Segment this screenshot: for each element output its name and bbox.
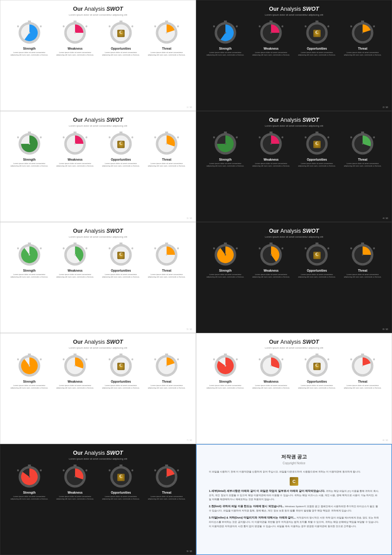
swot-text-0: Lorem ipsum dolor sit amet consectetur a… [9,495,50,500]
clock-item-1: WeaknessLorem ipsum dolor sit amet conse… [55,132,95,167]
clock-item-0: StrengthLorem ipsum dolor sit amet conse… [205,21,246,56]
clocks-row: StrengthLorem ipsum dolor sit amet conse… [6,243,190,278]
clock-item-2: C OpportunitiesLorem ipsum dolor sit ame… [101,21,141,56]
copyright-logo: C [209,477,379,486]
svg-point-200 [109,136,111,138]
svg-rect-589 [361,354,364,356]
svg-point-461 [40,358,42,360]
svg-rect-515 [165,354,168,356]
clock-svg-0 [17,465,42,489]
swot-label-1: Weakness [68,158,83,161]
clock-item-1: WeaknessLorem ipsum dolor sit amet conse… [55,465,95,500]
slide-subtitle: Lorem ipsum dolor sit amet consectetur a… [69,124,127,127]
swot-text-1: Lorem ipsum dolor sit amet consectetur a… [251,384,291,389]
svg-point-553 [281,358,283,360]
svg-point-147 [373,25,375,27]
svg-point-588 [362,365,364,367]
svg-point-218 [166,143,168,145]
swot-text-0: Lorem ipsum dolor sit amet consectetur a… [9,51,50,56]
swot-text-2: Lorem ipsum dolor sit amet consectetur a… [297,51,337,56]
slide-title: Our Analysis SWOT [73,228,123,234]
clock-item-3: ThreatLorem ipsum dolor sit amet consect… [342,354,383,389]
svg-point-550 [270,365,272,367]
svg-point-34 [63,25,65,27]
copyright-body: 이 파일을 사용하기 전에 이 이용약관을 신중하게 읽어 주십시오. 파일을 … [209,470,379,531]
slide-title: Our Analysis SWOT [73,339,123,345]
svg-point-17 [40,25,42,27]
swot-label-0: Strength [23,380,36,383]
svg-point-275 [327,136,329,138]
clocks-row: StrengthLorem ipsum dolor sit amet conse… [202,21,386,56]
svg-rect-459 [28,354,31,356]
swot-label-2: Opportunities [307,47,327,50]
svg-point-552 [259,358,261,360]
svg-point-627 [85,469,87,471]
slide-6: Our Analysis SWOTLorem ipsum dolor sit a… [196,222,392,333]
slide-number: 7 / 10 [187,439,192,441]
clock-svg-0 [213,354,238,378]
swot-text-1: Lorem ipsum dolor sit amet consectetur a… [251,273,291,278]
svg-point-387 [236,247,238,249]
svg-point-440 [362,254,364,256]
svg-point-90 [213,25,215,27]
svg-point-348 [109,247,111,249]
svg-point-404 [259,247,261,249]
clock-svg-0 [17,354,42,378]
clocks-row: StrengthLorem ipsum dolor sit amet conse… [6,354,190,389]
svg-text:C: C [119,30,123,35]
clocks-row: StrengthLorem ipsum dolor sit amet conse… [202,354,386,389]
clocks-row: StrengthLorem ipsum dolor sit amet conse… [6,21,190,56]
swot-text-3: Lorem ipsum dolor sit amet consectetur a… [342,384,383,389]
swot-label-0: Strength [219,47,232,50]
svg-point-256 [259,136,261,138]
svg-point-165 [40,136,42,138]
swot-label-3: Threat [358,380,368,383]
svg-point-665 [177,469,179,471]
clock-item-2: C OpportunitiesLorem ipsum dolor sit ame… [297,21,337,56]
copyright-slide: 저작권 공고Copyright Notice이 파일을 사용하기 전에 이 이용… [196,444,392,555]
svg-point-662 [166,476,168,478]
swot-label-1: Weakness [264,269,279,272]
svg-rect-607 [28,465,31,467]
svg-rect-533 [224,354,227,356]
svg-rect-643 [119,465,123,467]
svg-rect-551 [270,354,273,356]
svg-rect-255 [270,132,273,134]
slide-number: 6 / 10 [383,328,388,330]
swot-label-0: Strength [23,158,36,161]
clock-item-2: C OpportunitiesLorem ipsum dolor sit ame… [101,354,141,389]
svg-text:C: C [119,363,123,368]
clock-svg-3 [154,354,179,378]
clock-svg-1 [63,243,87,267]
swot-label-2: Opportunities [307,269,327,272]
svg-point-164 [17,136,19,138]
swot-label-2: Opportunities [307,158,327,161]
copyright-subtitle: Copyright Notice [209,461,379,465]
clock-svg-3 [154,243,179,267]
clock-item-0: StrengthLorem ipsum dolor sit amet conse… [205,132,246,167]
svg-point-496 [109,358,111,360]
swot-text-3: Lorem ipsum dolor sit amet consectetur a… [146,384,187,389]
slide-5: Our Analysis SWOTLorem ipsum dolor sit a… [0,222,196,333]
svg-point-312 [17,247,19,249]
svg-point-106 [270,32,272,34]
svg-point-497 [131,358,133,360]
swot-label-0: Strength [219,269,232,272]
swot-text-0: Lorem ipsum dolor sit amet consectetur a… [205,273,246,278]
svg-point-295 [373,136,375,138]
clocks-row: StrengthLorem ipsum dolor sit amet conse… [202,132,386,167]
swot-text-1: Lorem ipsum dolor sit amet consectetur a… [251,51,291,56]
svg-rect-477 [74,354,77,356]
svg-point-32 [74,32,76,34]
clock-item-1: WeaknessLorem ipsum dolor sit amet conse… [251,132,291,167]
clock-item-0: StrengthLorem ipsum dolor sit amet conse… [9,21,50,56]
swot-text-1: Lorem ipsum dolor sit amet consectetur a… [251,162,291,167]
clock-svg-3 [154,21,179,45]
svg-point-328 [74,254,76,256]
svg-point-14 [28,32,30,34]
svg-point-183 [85,136,87,138]
svg-point-366 [166,254,168,256]
svg-rect-385 [224,243,227,245]
clock-item-2: C OpportunitiesLorem ipsum dolor sit ame… [297,243,337,278]
slide-title: Our Analysis SWOT [269,228,319,234]
